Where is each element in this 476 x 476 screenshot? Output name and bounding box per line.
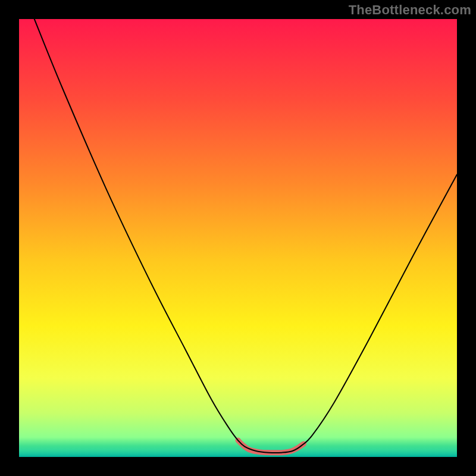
chart-plot-area	[19, 19, 457, 457]
bottleneck-curve-path	[35, 19, 457, 453]
brand-watermark: TheBottleneck.com	[349, 2, 471, 18]
chart-curves	[19, 19, 457, 457]
chart-frame: TheBottleneck.com	[0, 0, 476, 476]
